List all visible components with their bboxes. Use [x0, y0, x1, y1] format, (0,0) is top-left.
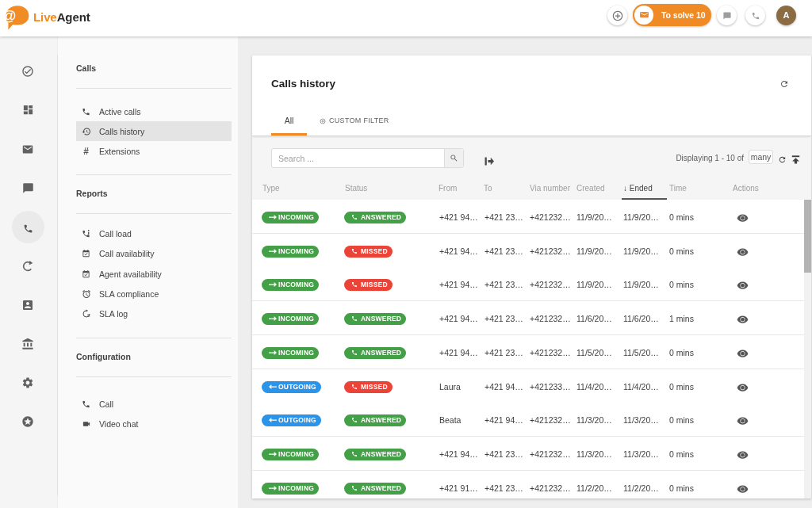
- svg-text:@: @: [2, 7, 16, 24]
